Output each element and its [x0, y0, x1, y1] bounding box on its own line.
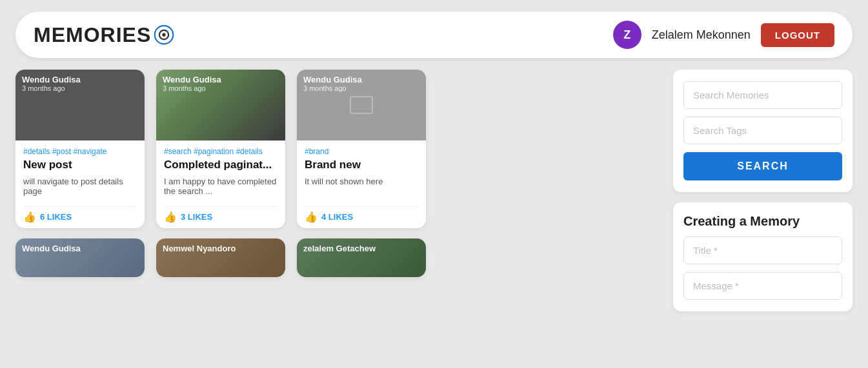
card-tags: #search #pagination #details	[164, 147, 278, 156]
card-image-info: Wendu Gudisa	[22, 244, 81, 253]
card-title: Brand new	[305, 159, 418, 171]
card-image-info: Wendu Gudisa 3 months ago	[303, 75, 362, 92]
create-panel-title: Creating a Memory	[683, 214, 842, 229]
memory-card-partial[interactable]: zelalem Getachew	[297, 238, 426, 277]
create-memory-panel: Creating a Memory	[673, 202, 853, 311]
card-image-info: Nemwel Nyandoro	[163, 244, 236, 253]
like-icon: 👍	[23, 211, 36, 223]
likes-count: 4 LIKES	[321, 212, 353, 222]
card-tags: #brand	[305, 147, 418, 156]
username-label: Zelalem Mekonnen	[652, 28, 751, 42]
image-placeholder	[350, 96, 373, 114]
card-author: Nemwel Nyandoro	[163, 244, 236, 253]
logo: MEMORIES	[34, 23, 174, 47]
memory-title-input[interactable]	[683, 237, 842, 264]
cards-row-2: Wendu Gudisa Nemwel Nyandoro zelalem Get…	[15, 238, 660, 287]
search-tags-input[interactable]	[683, 117, 842, 144]
main-content: Wendu Gudisa 3 months ago #details #post…	[0, 70, 868, 311]
memory-message-input[interactable]	[683, 272, 842, 300]
card-image-info: Wendu Gudisa 3 months ago	[22, 75, 81, 92]
header: MEMORIES Z Zelalem Mekonnen LOGOUT	[15, 12, 853, 58]
card-title: New post	[23, 159, 137, 171]
card-image: Wendu Gudisa 3 months ago	[297, 70, 426, 140]
sidebar: SEARCH Creating a Memory	[673, 70, 853, 311]
avatar: Z	[613, 21, 641, 49]
card-likes[interactable]: 👍 4 LIKES	[305, 206, 418, 223]
card-likes[interactable]: 👍 6 LIKES	[23, 206, 137, 223]
card-likes[interactable]: 👍 3 LIKES	[164, 206, 278, 223]
logout-button[interactable]: LOGOUT	[761, 23, 834, 47]
card-image: Wendu Gudisa 3 months ago	[156, 70, 285, 140]
search-panel: SEARCH	[673, 70, 853, 192]
memory-card[interactable]: Wendu Gudisa 3 months ago #brand Brand n…	[297, 70, 426, 228]
card-body: #brand Brand new It will not shown here …	[297, 140, 426, 228]
card-desc: will navigate to post details page	[23, 177, 137, 200]
card-time: 3 months ago	[22, 84, 81, 92]
svg-point-3	[167, 30, 168, 32]
card-author: Wendu Gudisa	[22, 244, 81, 253]
card-time: 3 months ago	[303, 84, 362, 92]
like-icon: 👍	[305, 211, 318, 223]
card-desc: It will not shown here	[305, 177, 418, 200]
memory-card[interactable]: Wendu Gudisa 3 months ago #details #post…	[15, 70, 145, 228]
card-tags: #details #post #navigate	[23, 147, 137, 156]
logo-text: MEMORIES	[34, 23, 151, 47]
header-right: Z Zelalem Mekonnen LOGOUT	[613, 21, 834, 49]
card-image-info: Wendu Gudisa 3 months ago	[163, 75, 221, 92]
camera-icon	[154, 24, 174, 45]
card-image: Nemwel Nyandoro	[156, 238, 285, 277]
svg-point-2	[163, 33, 166, 36]
cards-row-1: Wendu Gudisa 3 months ago #details #post…	[15, 70, 660, 238]
cards-area: Wendu Gudisa 3 months ago #details #post…	[15, 70, 660, 311]
card-image: Wendu Gudisa	[15, 238, 145, 277]
likes-count: 6 LIKES	[40, 212, 72, 222]
memory-card-partial[interactable]: Wendu Gudisa	[15, 238, 145, 277]
memory-card-partial[interactable]: Nemwel Nyandoro	[156, 238, 285, 277]
card-author: Wendu Gudisa	[303, 75, 362, 84]
card-image: Wendu Gudisa 3 months ago	[15, 70, 145, 140]
card-desc: I am happy to have completed the search …	[164, 177, 278, 200]
memory-card[interactable]: Wendu Gudisa 3 months ago #search #pagin…	[156, 70, 285, 228]
card-author: zelalem Getachew	[303, 244, 376, 253]
likes-count: 3 LIKES	[181, 212, 212, 222]
card-author: Wendu Gudisa	[22, 75, 81, 84]
search-memories-input[interactable]	[683, 81, 842, 109]
card-body: #details #post #navigate New post will n…	[15, 140, 145, 228]
card-title: Completed paginat...	[164, 159, 278, 171]
card-image-info: zelalem Getachew	[303, 244, 376, 253]
card-image: zelalem Getachew	[297, 238, 426, 277]
card-author: Wendu Gudisa	[163, 75, 221, 84]
card-time: 3 months ago	[163, 84, 221, 92]
like-icon: 👍	[164, 211, 177, 223]
search-button[interactable]: SEARCH	[683, 152, 842, 180]
card-body: #search #pagination #details Completed p…	[156, 140, 285, 228]
